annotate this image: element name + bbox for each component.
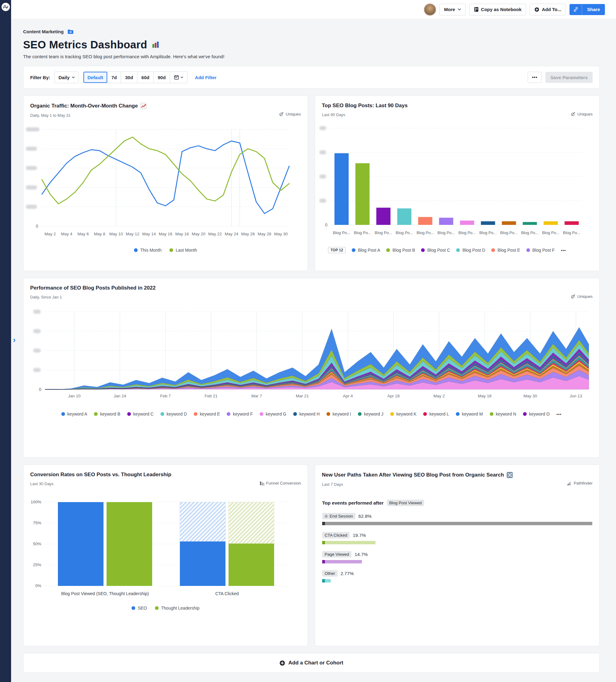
event-bar[interactable]	[322, 579, 592, 583]
range-30d[interactable]: 30d	[121, 72, 137, 83]
legend-item[interactable]: keyword L	[423, 412, 449, 416]
filter-more-options-button[interactable]: •••	[528, 72, 542, 83]
legend-item[interactable]: Blog Post D	[456, 248, 485, 253]
legend-item[interactable]: keyword C	[127, 412, 154, 416]
breadcrumb-content-marketing[interactable]: Content Marketing	[23, 29, 64, 34]
event-chip[interactable]: Page Viewed	[322, 551, 351, 558]
legend-item[interactable]: Blog Post C	[421, 248, 450, 253]
bar[interactable]	[460, 221, 474, 225]
bar-remainder-hatched[interactable]	[180, 502, 225, 542]
event-label: End Session	[329, 514, 353, 518]
axis-tick-label: Mar 21	[296, 394, 309, 398]
legend-item[interactable]: keyword D	[160, 412, 187, 416]
axis-tick-label: May 2	[433, 394, 445, 398]
top-blog-posts-bar-chart[interactable]: 0Blog Po...Blog Po...Blog Po...Blog Po..…	[315, 122, 599, 246]
legend-item[interactable]: Blog Post B	[386, 248, 415, 253]
legend-item[interactable]: Last Month	[169, 248, 197, 253]
share-button[interactable]: Share	[582, 4, 605, 15]
legend-item[interactable]: keyword F	[227, 412, 253, 416]
bar-remainder-hatched[interactable]	[229, 502, 274, 544]
event-bar[interactable]	[322, 541, 592, 544]
axis-tick-label: Jan 24	[114, 394, 126, 398]
axis-tick-label: 0	[39, 387, 41, 392]
bar[interactable]	[523, 222, 537, 225]
legend-item[interactable]: keyword J	[358, 412, 384, 416]
legend-item[interactable]: keyword H	[293, 412, 320, 416]
bar[interactable]	[377, 208, 391, 225]
bar[interactable]	[481, 221, 495, 225]
metric-badge-uniques[interactable]: Uniques	[279, 112, 301, 116]
axis-tick-label: 0	[36, 224, 38, 229]
legend-item[interactable]: keyword G	[260, 412, 287, 416]
user-avatar[interactable]	[424, 4, 436, 16]
bar[interactable]	[544, 221, 558, 225]
event-chip[interactable]: End Session	[322, 513, 356, 519]
event-chip[interactable]: Other	[322, 570, 338, 577]
bar[interactable]	[502, 221, 516, 225]
expand-sidebar-chevron-icon[interactable]: ›	[13, 336, 16, 344]
bar[interactable]	[58, 502, 104, 586]
add-to-button[interactable]: Add To...	[530, 4, 566, 16]
bar[interactable]	[439, 218, 453, 225]
bar[interactable]	[229, 544, 274, 586]
line-series[interactable]	[42, 141, 289, 214]
axis-tick-label: Blog Po...	[521, 230, 539, 235]
line-series[interactable]	[42, 137, 289, 204]
bar[interactable]	[180, 542, 225, 586]
filter-bar: Filter By: Daily Default 7d 30d 60d 90d …	[23, 66, 600, 89]
top-12-badge[interactable]: TOP 12	[328, 247, 346, 253]
legend-item[interactable]: This Month	[134, 248, 161, 253]
legend-item[interactable]: keyword I	[326, 412, 351, 416]
legend-label: Blog Post C	[427, 248, 450, 253]
range-default[interactable]: Default	[84, 72, 108, 83]
range-90d[interactable]: 90d	[154, 72, 170, 83]
copy-as-notebook-button[interactable]: Copy as Notebook	[470, 4, 526, 16]
legend-item[interactable]: keyword M	[456, 412, 483, 416]
organic-traffic-line-chart[interactable]: 0May 2May 4May 6May 8May 10May 12May 14M…	[23, 123, 308, 246]
axis-tick-label: Blog Po...	[500, 230, 518, 235]
legend-item[interactable]: SEO	[132, 606, 147, 611]
add-filter-link[interactable]: Add Filter	[195, 75, 216, 80]
range-60d[interactable]: 60d	[137, 72, 154, 83]
bar[interactable]	[418, 217, 432, 225]
amplitude-logo-icon[interactable]	[2, 3, 10, 11]
legend-item[interactable]: keyword O	[523, 412, 550, 416]
metric-badge-uniques[interactable]: Uniques	[571, 112, 593, 116]
bar[interactable]	[397, 208, 411, 225]
axis-tick-label: Blog Po...	[437, 230, 455, 235]
more-button[interactable]: More	[439, 4, 466, 16]
interval-dropdown[interactable]: Daily	[54, 71, 79, 83]
bar[interactable]	[107, 502, 152, 586]
legend-item[interactable]: keyword A	[61, 412, 88, 416]
legend-item[interactable]: keyword K	[390, 412, 416, 416]
legend-overflow-button[interactable]: •••	[556, 412, 562, 416]
bar[interactable]	[565, 221, 579, 225]
event-chip[interactable]: CTA Clicked	[322, 532, 349, 539]
save-parameters-button[interactable]: Save Parameters	[545, 72, 593, 83]
add-chart-or-cohort-button[interactable]: Add a Chart or Cohort	[23, 653, 600, 673]
range-7d[interactable]: 7d	[108, 72, 121, 83]
copy-link-button[interactable]	[570, 4, 582, 15]
keyword-stacked-area-chart[interactable]: 0Jan 10Jan 24Feb 7Feb 21Mar 7Mar 21Apr 4…	[29, 308, 599, 405]
bar[interactable]	[356, 163, 370, 225]
custom-date-range[interactable]	[170, 72, 187, 83]
legend-item[interactable]: Blog Post A	[352, 248, 380, 253]
metric-badge-pathfinder[interactable]: Pathfinder	[567, 481, 593, 485]
legend-overflow-button[interactable]: •••	[561, 248, 566, 253]
move-to-folder-icon[interactable]	[67, 29, 74, 34]
breadcrumb: Content Marketing	[23, 29, 600, 34]
legend-item[interactable]: keyword N	[490, 412, 516, 416]
legend-item[interactable]: Blog Post F	[526, 248, 555, 253]
event-bar[interactable]	[322, 560, 592, 563]
legend-item[interactable]: keyword E	[194, 412, 220, 416]
left-nav-rail[interactable]	[0, 0, 11, 682]
conversion-grouped-bar-chart[interactable]: 0%25%50%75%100%Blog Post Viewed (SEO, Th…	[23, 495, 308, 603]
metric-badge-funnel-conversion[interactable]: Funnel Conversion	[260, 481, 301, 485]
anchor-event-chip[interactable]: Blog Post Viewed	[387, 500, 425, 506]
legend-item[interactable]: keyword B	[94, 412, 120, 416]
legend-item[interactable]: Thought Leadership	[155, 606, 200, 611]
event-bar[interactable]	[322, 522, 592, 525]
legend-item[interactable]: Blog Post E	[491, 248, 520, 253]
metric-badge-uniques[interactable]: Uniques	[571, 294, 593, 299]
bar[interactable]	[335, 153, 349, 225]
